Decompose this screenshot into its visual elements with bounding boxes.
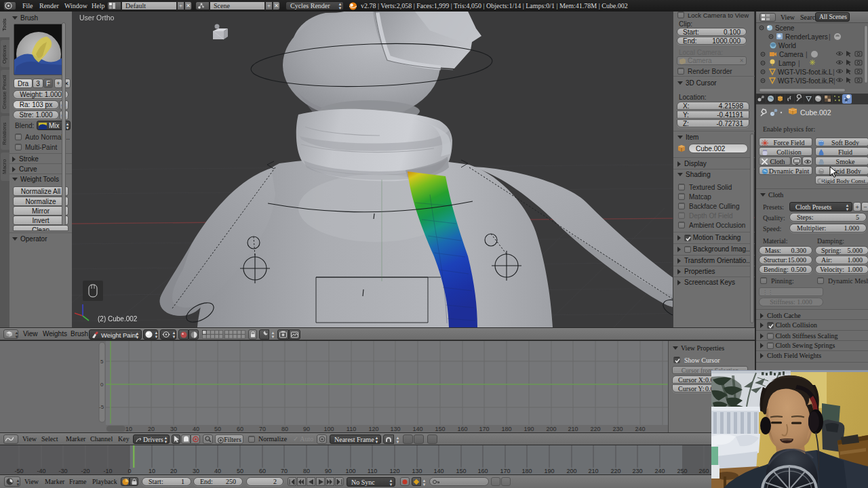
svg-text:130: 130 <box>390 426 400 432</box>
svg-text:5: 5 <box>100 359 104 365</box>
svg-text:|: | <box>833 77 835 85</box>
svg-text:190: 190 <box>544 468 554 474</box>
svg-text:60: 60 <box>259 468 266 474</box>
svg-text:80: 80 <box>303 468 310 474</box>
svg-text:|: | <box>798 60 800 67</box>
svg-text:0: 0 <box>100 382 104 388</box>
svg-text:150: 150 <box>435 426 445 432</box>
svg-text:RenderLayers: RenderLayers <box>785 33 828 41</box>
svg-text:Cube.002: Cube.002 <box>800 108 831 117</box>
svg-text:110: 110 <box>368 468 377 474</box>
svg-text:40: 40 <box>193 426 199 432</box>
svg-text:20: 20 <box>170 468 177 474</box>
svg-text:210: 210 <box>568 426 578 432</box>
svg-text:20: 20 <box>148 426 155 432</box>
svg-text:-10: -10 <box>103 468 112 474</box>
svg-text:240: 240 <box>654 468 665 474</box>
svg-text:50: 50 <box>237 468 243 474</box>
svg-text:100: 100 <box>323 426 334 432</box>
svg-text:160: 160 <box>457 426 467 432</box>
svg-text:80: 80 <box>281 426 288 432</box>
svg-text:170: 170 <box>479 426 489 432</box>
svg-text:60: 60 <box>237 426 243 432</box>
svg-text:140: 140 <box>433 468 443 474</box>
svg-text:30: 30 <box>193 468 199 474</box>
svg-text:70: 70 <box>259 426 266 432</box>
svg-text:70: 70 <box>281 468 288 474</box>
svg-text:40: 40 <box>214 468 221 474</box>
svg-text:|: | <box>833 68 835 76</box>
svg-text:|: | <box>829 33 831 41</box>
svg-text:180: 180 <box>501 426 511 432</box>
svg-text:230: 230 <box>612 426 623 432</box>
svg-text:World: World <box>778 42 796 49</box>
svg-text:210: 210 <box>588 468 598 474</box>
svg-text:Scene: Scene <box>775 24 795 32</box>
svg-text:10: 10 <box>125 426 132 432</box>
svg-text:10: 10 <box>149 468 155 474</box>
svg-text:User Ortho: User Ortho <box>79 14 115 22</box>
svg-text:120: 120 <box>389 468 399 474</box>
svg-text:30: 30 <box>170 426 177 432</box>
svg-text:220: 220 <box>590 426 600 432</box>
svg-text:230: 230 <box>632 468 642 474</box>
svg-text:WGT-VIS-foot.ik.R: WGT-VIS-foot.ik.R <box>778 77 833 85</box>
svg-text:170: 170 <box>500 468 510 474</box>
svg-text:220: 220 <box>610 468 620 474</box>
svg-text:140: 140 <box>412 426 422 432</box>
svg-text:190: 190 <box>524 426 534 432</box>
svg-text:-50: -50 <box>14 468 23 474</box>
svg-text:160: 160 <box>477 468 488 474</box>
svg-text:|: | <box>806 51 808 58</box>
svg-text:260: 260 <box>698 468 709 474</box>
svg-text:120: 120 <box>368 426 378 432</box>
svg-text:250: 250 <box>677 468 687 474</box>
svg-text:130: 130 <box>412 468 422 474</box>
svg-text:200: 200 <box>546 426 556 432</box>
svg-text:-5: -5 <box>99 404 104 410</box>
svg-text:180: 180 <box>521 468 532 474</box>
svg-text:-20: -20 <box>81 468 90 474</box>
svg-text:-40: -40 <box>37 468 45 474</box>
svg-text:110: 110 <box>347 426 356 432</box>
svg-text:240: 240 <box>635 426 645 432</box>
svg-text:200: 200 <box>566 468 576 474</box>
svg-text:Camera: Camera <box>779 51 804 58</box>
svg-text:50: 50 <box>214 426 221 432</box>
svg-text:150: 150 <box>456 468 466 474</box>
svg-text:90: 90 <box>303 426 310 432</box>
svg-text:-30: -30 <box>58 468 67 474</box>
svg-text:0: 0 <box>127 468 131 474</box>
svg-text:Lamp: Lamp <box>778 60 795 67</box>
svg-text:90: 90 <box>325 468 332 474</box>
svg-text:WGT-VIS-foot.ik.L: WGT-VIS-foot.ik.L <box>778 68 833 76</box>
svg-text:(2) Cube.002: (2) Cube.002 <box>98 315 138 323</box>
svg-text:100: 100 <box>345 468 355 474</box>
